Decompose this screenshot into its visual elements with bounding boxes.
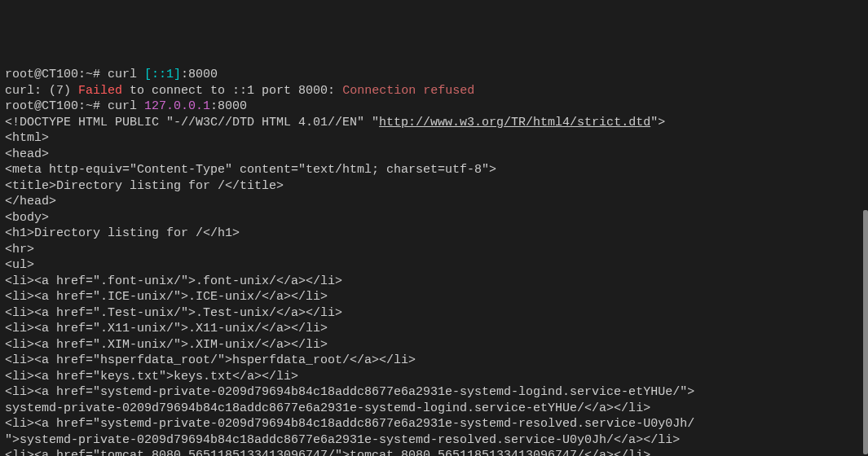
terminal-line: <li><a href="systemd-private-0209d79694b…: [5, 384, 863, 401]
terminal-segment: <title>Directory listing for /</title>: [5, 179, 284, 193]
terminal-line: curl: (7) Failed to connect to ::1 port …: [5, 83, 863, 99]
terminal-segment: ">: [650, 116, 665, 129]
terminal-segment: :8000: [210, 99, 247, 113]
terminal-line: <li><a href=".Test-unix/">.Test-unix/</a…: [5, 305, 863, 322]
terminal-segment: <li><a href=".font-unix/">.font-unix/</a…: [5, 274, 342, 288]
terminal-output[interactable]: root@CT100:~# curl [::1]:8000curl: (7) F…: [5, 67, 863, 456]
terminal-line: ">systemd-private-0209d79694b84c18addc86…: [5, 432, 863, 449]
terminal-segment: :8000: [181, 68, 218, 81]
terminal-line: <body>: [5, 210, 863, 226]
terminal-line: <!DOCTYPE HTML PUBLIC "-//W3C//DTD HTML …: [5, 115, 863, 131]
terminal-line: <html>: [5, 130, 863, 147]
terminal-segment: <li><a href="systemd-private-0209d79694b…: [5, 417, 694, 431]
terminal-segment: root@CT100: [5, 99, 78, 113]
terminal-line: <meta http-equiv="Content-Type" content=…: [5, 162, 863, 178]
terminal-segment: <html>: [5, 131, 49, 145]
terminal-segment: <!DOCTYPE HTML PUBLIC "-//W3C//DTD HTML …: [5, 116, 379, 129]
terminal-line: <li><a href="systemd-private-0209d79694b…: [5, 416, 863, 432]
terminal-line: <li><a href=".ICE-unix/">.ICE-unix/</a><…: [5, 289, 863, 305]
terminal-segment: <li><a href="keys.txt">keys.txt</a></li>: [5, 370, 298, 384]
terminal-segment: Connection refused: [342, 84, 474, 98]
terminal-segment: <li><a href=".Test-unix/">.Test-unix/</a…: [5, 306, 342, 320]
terminal-segment: </head>: [5, 195, 56, 208]
terminal-segment: <li><a href=".ICE-unix/">.ICE-unix/</a><…: [5, 290, 328, 304]
terminal-segment: systemd-private-0209d79694b84c18addc8677…: [5, 401, 650, 415]
terminal-segment: curl:: [5, 84, 49, 98]
scrollbar[interactable]: [863, 210, 868, 454]
terminal-segment: http://www.w3.org/TR/html4/strict.dtd: [379, 116, 650, 129]
terminal-line: <hr>: [5, 242, 863, 258]
terminal-segment: root@CT100: [5, 68, 78, 81]
terminal-segment: ): [64, 84, 78, 98]
terminal-segment: <ul>: [5, 258, 34, 272]
terminal-segment: 127.0.0.1: [144, 99, 210, 113]
terminal-segment: ~: [86, 68, 93, 81]
terminal-line: systemd-private-0209d79694b84c18addc8677…: [5, 401, 863, 417]
terminal-segment: <li><a href=".XIM-unix/">.XIM-unix/</a><…: [5, 338, 328, 352]
terminal-line: <li><a href=".XIM-unix/">.XIM-unix/</a><…: [5, 337, 863, 353]
terminal-line: <li><a href="tomcat.8080.565118513341309…: [5, 448, 863, 456]
terminal-segment: <li><a href="tomcat.8080.565118513341309…: [5, 449, 650, 456]
terminal-line: </head>: [5, 194, 863, 210]
terminal-segment: to connect to ::1 port 8000:: [122, 84, 342, 98]
terminal-line: <ul>: [5, 257, 863, 274]
terminal-segment: <hr>: [5, 243, 34, 256]
terminal-line: root@CT100:~# curl 127.0.0.1:8000: [5, 99, 863, 115]
terminal-line: <li><a href="keys.txt">keys.txt</a></li>: [5, 369, 863, 385]
terminal-segment: <h1>Directory listing for /</h1>: [5, 226, 240, 240]
terminal-segment: ">systemd-private-0209d79694b84c18addc86…: [5, 433, 680, 447]
terminal-line: <li><a href=".X11-unix/">.X11-unix/</a><…: [5, 321, 863, 337]
terminal-line: <title>Directory listing for /</title>: [5, 178, 863, 195]
terminal-segment: <li><a href=".X11-unix/">.X11-unix/</a><…: [5, 322, 328, 335]
terminal-segment: # curl: [93, 68, 144, 81]
terminal-segment: (: [49, 84, 56, 98]
terminal-line: root@CT100:~# curl [::1]:8000: [5, 67, 863, 83]
terminal-segment: 7: [56, 84, 64, 98]
terminal-segment: <li><a href="systemd-private-0209d79694b…: [5, 385, 694, 399]
terminal-segment: ~: [86, 99, 93, 113]
terminal-segment: <body>: [5, 211, 49, 225]
terminal-segment: # curl: [93, 99, 144, 113]
terminal-segment: Failed: [78, 84, 122, 98]
terminal-line: <h1>Directory listing for /</h1>: [5, 226, 863, 242]
terminal-segment: <head>: [5, 147, 49, 161]
terminal-segment: [::1]: [144, 68, 181, 81]
terminal-line: <head>: [5, 147, 863, 163]
terminal-segment: :: [78, 68, 86, 81]
terminal-segment: <meta http-equiv="Content-Type" content=…: [5, 163, 496, 177]
terminal-line: <li><a href="hsperfdata_root/">hsperfdat…: [5, 353, 863, 369]
terminal-line: <li><a href=".font-unix/">.font-unix/</a…: [5, 274, 863, 290]
terminal-segment: <li><a href="hsperfdata_root/">hsperfdat…: [5, 353, 416, 367]
terminal-segment: :: [78, 99, 86, 113]
